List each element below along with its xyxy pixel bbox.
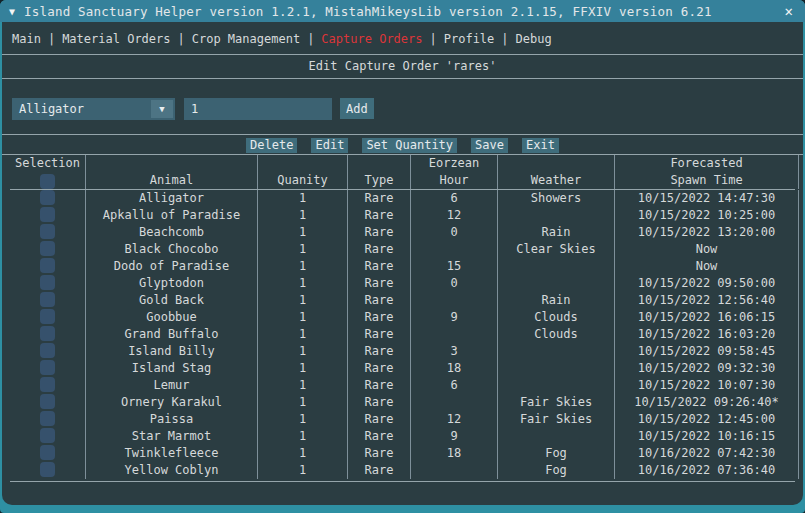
table-row[interactable]: Goobbue 1 Rare 9 Clouds 10/15/2022 16:06… [10, 309, 795, 326]
quantity-cell: 1 [257, 462, 347, 479]
capture-orders-table: Selection Animal Quanity Type EorzeanHou… [10, 155, 795, 482]
selection-cell [10, 445, 85, 462]
menu-item-profile[interactable]: Profile [444, 32, 495, 46]
row-select-checkbox[interactable] [40, 411, 55, 426]
table-row[interactable]: Alligator 1 Rare 6 Showers 10/15/2022 14… [10, 190, 795, 207]
delete-button[interactable]: Delete [246, 138, 297, 153]
animal-cell: Glyptodon [85, 275, 257, 292]
column-header-type: Type [347, 155, 410, 189]
type-cell: Rare [347, 462, 410, 479]
animal-cell: Star Marmot [85, 428, 257, 445]
selection-cell [10, 207, 85, 224]
row-select-checkbox[interactable] [40, 462, 55, 477]
menu-bar: Main|Material Orders|Crop Management|Cap… [2, 22, 803, 55]
menu-separator: | [430, 32, 437, 46]
hour-cell [410, 326, 497, 343]
row-select-checkbox[interactable] [40, 343, 55, 358]
type-cell: Rare [347, 394, 410, 411]
window-content: Main|Material Orders|Crop Management|Cap… [2, 22, 803, 505]
table-row[interactable]: Gold Back 1 Rare Rain 10/15/2022 12:56:4… [10, 292, 795, 309]
column-header-eorzean-hour: EorzeanHour [410, 155, 497, 189]
animal-cell: Ornery Karakul [85, 394, 257, 411]
animal-cell: Island Billy [85, 343, 257, 360]
quantity-cell: 1 [257, 360, 347, 377]
animal-dropdown[interactable]: Alligator ▼ [12, 98, 175, 120]
animal-cell: Twinklefleece [85, 445, 257, 462]
selection-cell [10, 360, 85, 377]
row-select-checkbox[interactable] [40, 377, 55, 392]
weather-cell: Showers [497, 190, 614, 207]
table-row[interactable]: Grand Buffalo 1 Rare Clouds 10/15/2022 1… [10, 326, 795, 343]
dropdown-arrow-icon[interactable]: ▼ [151, 100, 173, 118]
order-action-bar: Delete Edit Set Quantity Save Exit [2, 135, 803, 155]
table-row[interactable]: Black Chocobo 1 Rare Clear Skies Now [10, 241, 795, 258]
table-row[interactable]: Apkallu of Paradise 1 Rare 12 10/15/2022… [10, 207, 795, 224]
table-row[interactable]: Beachcomb 1 Rare 0 Rain 10/15/2022 13:20… [10, 224, 795, 241]
row-select-checkbox[interactable] [40, 445, 55, 460]
quantity-cell: 1 [257, 258, 347, 275]
type-cell: Rare [347, 258, 410, 275]
hour-cell [410, 462, 497, 479]
table-row[interactable]: Island Stag 1 Rare 18 10/15/2022 09:32:3… [10, 360, 795, 377]
menu-separator: | [48, 32, 55, 46]
weather-cell [497, 207, 614, 224]
hour-cell: 15 [410, 258, 497, 275]
weather-cell: Rain [497, 224, 614, 241]
quantity-input[interactable] [184, 98, 332, 120]
hour-cell: 9 [410, 309, 497, 326]
animal-dropdown-value: Alligator [12, 102, 151, 116]
quantity-cell: 1 [257, 428, 347, 445]
table-row[interactable]: Star Marmot 1 Rare 9 10/15/2022 10:16:15 [10, 428, 795, 445]
table-body: Alligator 1 Rare 6 Showers 10/15/2022 14… [10, 190, 795, 482]
type-cell: Rare [347, 428, 410, 445]
spawn-time-cell: 10/15/2022 14:47:30 [614, 190, 799, 207]
table-row[interactable]: Lemur 1 Rare 6 10/15/2022 10:07:30 [10, 377, 795, 394]
row-select-checkbox[interactable] [40, 326, 55, 341]
exit-button[interactable]: Exit [522, 138, 559, 153]
selection-cell [10, 275, 85, 292]
table-row[interactable]: Twinklefleece 1 Rare 18 Fog 10/16/2022 0… [10, 445, 795, 462]
menu-item-capture-orders[interactable]: Capture Orders [321, 32, 422, 46]
quantity-cell: 1 [257, 241, 347, 258]
menu-item-crop-management[interactable]: Crop Management [192, 32, 300, 46]
quantity-cell: 1 [257, 224, 347, 241]
row-select-checkbox[interactable] [40, 394, 55, 409]
window-menu-icon[interactable]: ▼ [9, 6, 15, 17]
quantity-cell: 1 [257, 207, 347, 224]
row-select-checkbox[interactable] [40, 309, 55, 324]
quantity-cell: 1 [257, 377, 347, 394]
add-button[interactable]: Add [340, 98, 374, 119]
set-quantity-button[interactable]: Set Quantity [362, 138, 457, 153]
row-select-checkbox[interactable] [40, 428, 55, 443]
table-row[interactable]: Yellow Coblyn 1 Rare Fog 10/16/2022 07:3… [10, 462, 795, 479]
menu-item-material-orders[interactable]: Material Orders [62, 32, 170, 46]
row-select-checkbox[interactable] [40, 258, 55, 273]
close-icon[interactable]: ✕ [785, 3, 793, 19]
add-capture-form: Alligator ▼ Add [2, 79, 803, 135]
edit-button[interactable]: Edit [311, 138, 348, 153]
selection-cell [10, 377, 85, 394]
hour-cell: 12 [410, 207, 497, 224]
row-select-checkbox[interactable] [40, 207, 55, 222]
title-bar: ▼ Island Sanctuary Helper version 1.2.1,… [0, 0, 805, 22]
table-row[interactable]: Island Billy 1 Rare 3 10/15/2022 09:58:4… [10, 343, 795, 360]
row-select-checkbox[interactable] [40, 292, 55, 307]
menu-item-debug[interactable]: Debug [516, 32, 552, 46]
row-select-checkbox[interactable] [40, 275, 55, 290]
weather-cell [497, 428, 614, 445]
spawn-time-cell: 10/15/2022 16:03:20 [614, 326, 799, 343]
table-row[interactable]: Ornery Karakul 1 Rare Fair Skies 10/15/2… [10, 394, 795, 411]
weather-cell [497, 343, 614, 360]
menu-item-main[interactable]: Main [12, 32, 41, 46]
row-select-checkbox[interactable] [40, 360, 55, 375]
table-row[interactable]: Dodo of Paradise 1 Rare 15 Now [10, 258, 795, 275]
table-row[interactable]: Glyptodon 1 Rare 0 10/15/2022 09:50:00 [10, 275, 795, 292]
animal-cell: Gold Back [85, 292, 257, 309]
table-row[interactable]: Paissa 1 Rare 12 Fair Skies 10/15/2022 1… [10, 411, 795, 428]
row-select-checkbox[interactable] [40, 190, 55, 205]
row-select-checkbox[interactable] [40, 241, 55, 256]
spawn-time-cell: 10/15/2022 13:20:00 [614, 224, 799, 241]
save-button[interactable]: Save [471, 138, 508, 153]
row-select-checkbox[interactable] [40, 224, 55, 239]
select-all-checkbox[interactable] [40, 174, 55, 189]
